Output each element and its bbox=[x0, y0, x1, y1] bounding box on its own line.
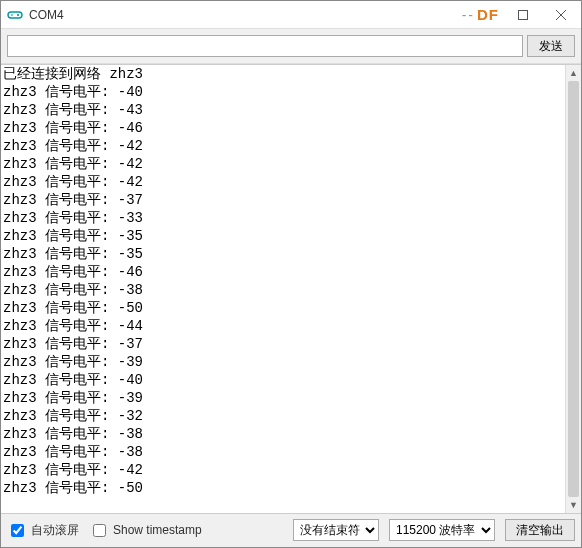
line-ending-select[interactable]: 没有结束符 bbox=[293, 519, 379, 541]
svg-rect-4 bbox=[519, 10, 528, 19]
serial-output-panel: 已经连接到网络 zhz3 zhz3 信号电平: -40 zhz3 信号电平: -… bbox=[1, 64, 581, 514]
clear-output-button[interactable]: 清空输出 bbox=[505, 519, 575, 541]
app-icon bbox=[7, 7, 23, 23]
scroll-up-icon[interactable]: ▲ bbox=[566, 65, 581, 81]
title-bar: COM4 --DF bbox=[1, 1, 581, 29]
command-input[interactable] bbox=[7, 35, 523, 57]
footer-bar: 自动滚屏 Show timestamp 没有结束符 115200 波特率 清空输… bbox=[1, 514, 581, 546]
scroll-thumb[interactable] bbox=[568, 81, 579, 497]
svg-rect-0 bbox=[8, 12, 22, 18]
maximize-icon[interactable] bbox=[509, 5, 537, 25]
autoscroll-checkbox[interactable]: 自动滚屏 bbox=[7, 521, 79, 540]
autoscroll-label: 自动滚屏 bbox=[31, 522, 79, 539]
baud-rate-select[interactable]: 115200 波特率 bbox=[389, 519, 495, 541]
scroll-down-icon[interactable]: ▼ bbox=[566, 497, 581, 513]
window-title: COM4 bbox=[29, 8, 64, 22]
timestamp-checkbox[interactable]: Show timestamp bbox=[89, 521, 202, 540]
command-input-row: 发送 bbox=[1, 29, 581, 64]
serial-output-text: 已经连接到网络 zhz3 zhz3 信号电平: -40 zhz3 信号电平: -… bbox=[1, 65, 565, 513]
close-icon[interactable] bbox=[547, 5, 575, 25]
timestamp-label: Show timestamp bbox=[113, 523, 202, 537]
scrollbar[interactable]: ▲ ▼ bbox=[565, 65, 581, 513]
send-button[interactable]: 发送 bbox=[527, 35, 575, 57]
watermark: --DF bbox=[462, 6, 499, 23]
